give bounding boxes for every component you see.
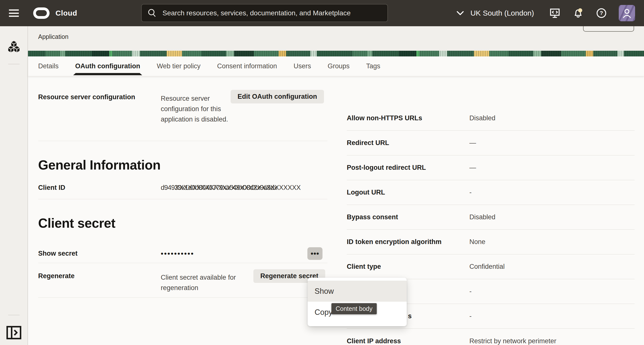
detail-row-redirect-url: Redirect URL — (347, 131, 634, 155)
client-id-value: d94939x1d0d8046779xa549x08d2x9a3dx XXXXX… (161, 184, 277, 192)
chevron-down-icon (456, 11, 464, 15)
menu-item-show[interactable]: Show (308, 281, 407, 302)
detail-value: Confidential (470, 263, 505, 271)
client-secret-heading: Client secret (38, 216, 328, 231)
tab-oauth-configuration[interactable]: OAuth configuration (75, 56, 140, 76)
tab-tags[interactable]: Tags (366, 56, 380, 76)
sidebar-divider (8, 64, 20, 64)
detail-value: Disabled (470, 213, 496, 221)
detail-label: Client IP address (347, 337, 470, 345)
notifications-button[interactable] (572, 7, 584, 19)
bell-icon (572, 7, 584, 19)
show-secret-label: Show secret (38, 250, 161, 257)
regenerate-row: Regenerate Client secret available for r… (38, 263, 328, 298)
help-icon: ? (596, 7, 607, 19)
client-id-row: Client ID d94939x1d0d8046779xa549x08d2x9… (38, 184, 328, 199)
resource-server-configuration-row: Resource server configuration Resource s… (38, 88, 328, 141)
region-label: UK South (London) (470, 9, 534, 17)
notification-dot (578, 8, 582, 13)
detail-label: Bypass consent (347, 213, 470, 221)
client-id-label: Client ID (38, 184, 161, 192)
detail-label: Logout URL (347, 189, 470, 196)
expand-panel-icon[interactable] (6, 326, 22, 340)
left-sidebar (0, 26, 28, 345)
hamburger-menu-icon[interactable] (9, 9, 19, 17)
detail-value: Restrict by network perimeter (470, 337, 556, 345)
detail-value: - (470, 312, 472, 320)
developer-console-icon (549, 7, 561, 19)
help-button[interactable]: ? (596, 7, 607, 19)
detail-label: ID token encryption algorithm (347, 238, 470, 246)
scrolled-action-button[interactable] (583, 26, 634, 32)
detail-row-allow-non-https: Allow non-HTTPS URLs Disabled (347, 106, 634, 131)
brand[interactable]: Cloud (33, 7, 77, 19)
oracle-logo-icon (33, 7, 50, 19)
sidebar-divider (8, 315, 20, 315)
decorative-banner (28, 51, 644, 56)
resource-server-configuration-label: Resource server configuration (38, 88, 161, 141)
detail-row-id-token-encryption: ID token encryption algorithm None (347, 230, 634, 254)
region-selector[interactable]: UK South (London) (456, 9, 534, 17)
top-header: Cloud UK South (London) (0, 0, 644, 26)
tab-details[interactable]: Details (38, 56, 59, 76)
detail-row-bypass-consent: Bypass consent Disabled (347, 205, 634, 230)
general-information-heading: General Information (38, 157, 328, 172)
masked-secret-value: •••••••••• (161, 250, 194, 258)
detail-row-logout-url: Logout URL - (347, 180, 634, 205)
tab-groups[interactable]: Groups (328, 56, 350, 76)
content-body-tooltip: Content body (332, 303, 377, 314)
detail-label: Post-logout redirect URL (347, 164, 470, 172)
tab-consent-information[interactable]: Consent information (217, 56, 277, 76)
regenerate-value: Client secret available for regeneration (161, 269, 254, 298)
breadcrumb: Application (38, 33, 68, 40)
detail-label: Client type (347, 263, 470, 271)
detail-label: Redirect URL (347, 139, 470, 147)
secret-actions-menu: Show Copy (308, 278, 407, 326)
detail-row-client-ip-address: Client IP address Restrict by network pe… (347, 329, 634, 345)
tab-web-tier-policy[interactable]: Web tier policy (157, 56, 201, 76)
global-search[interactable] (141, 4, 388, 22)
svg-text:?: ? (600, 10, 603, 16)
regenerate-label: Regenerate (38, 269, 161, 298)
show-secret-row: Show secret •••••••••• ••• (38, 244, 328, 263)
detail-row-client-type: Client type Confidential (347, 254, 634, 279)
detail-value: - (470, 288, 472, 295)
cloud-shell-button[interactable] (549, 7, 561, 19)
search-icon (147, 8, 157, 18)
detail-value: — (470, 139, 476, 147)
brand-name: Cloud (56, 9, 77, 17)
detail-value: Disabled (470, 114, 496, 122)
detail-row-post-logout-redirect-url: Post-logout redirect URL — (347, 155, 634, 180)
resource-server-configuration-value: Resource server configuration for this a… (161, 88, 230, 141)
page-title-bar: Application (28, 26, 644, 51)
header-actions: UK South (London) ? (456, 0, 635, 26)
tab-users[interactable]: Users (294, 56, 311, 76)
services-cubes-icon[interactable] (7, 39, 21, 53)
search-input[interactable] (162, 9, 380, 17)
tab-bar: Details OAuth configuration Web tier pol… (28, 56, 644, 76)
person-icon (621, 7, 633, 19)
detail-label: Allow non-HTTPS URLs (347, 114, 470, 122)
detail-value: None (470, 238, 486, 246)
edit-oauth-configuration-button[interactable]: Edit OAuth configuration (230, 90, 324, 103)
client-id-redaction-overlay: XXXXXXXXXXXXXXXXXXXXXXXXXXXXX (175, 184, 301, 192)
detail-value: — (470, 164, 476, 172)
user-avatar[interactable] (619, 5, 635, 21)
detail-value: - (470, 189, 472, 196)
secret-more-actions-button[interactable]: ••• (308, 247, 322, 260)
